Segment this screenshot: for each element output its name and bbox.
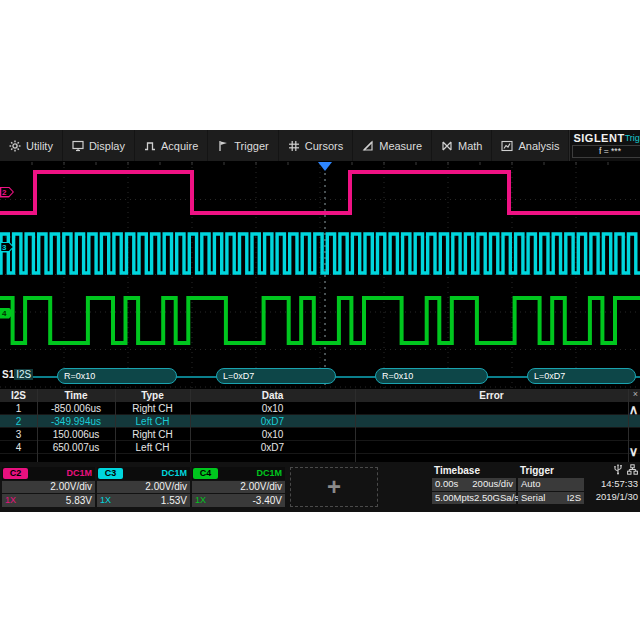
channel-scale: 2.00V/div	[2, 481, 95, 494]
table-cell: -349.994us	[37, 415, 115, 427]
menu-item-label: Acquire	[161, 140, 198, 152]
math-icon	[441, 140, 453, 152]
brand-logo: SIGLENT	[573, 132, 624, 144]
menu-item-display[interactable]: Display	[63, 130, 135, 161]
channel-badge: C2	[3, 468, 28, 479]
menu-item-label: Cursors	[305, 140, 344, 152]
clock-date: 2019/1/30	[586, 491, 638, 504]
add-channel-button[interactable]: +	[290, 467, 378, 507]
table-row[interactable]: 1-850.006usRight CH0x10	[0, 402, 640, 415]
bus-source-label[interactable]: S1I2S	[2, 369, 33, 380]
usb-icon	[613, 464, 623, 479]
channel-probe: 1X	[100, 495, 111, 505]
channel-row-bottom: 1X1.53V	[97, 494, 190, 507]
timebase-samplerate: 2.50GSa/s	[474, 492, 519, 505]
channel-descriptor-c2[interactable]: C2DC1M2.00V/div1X5.83V	[2, 467, 95, 507]
bus-decoded-frame: R=0x10	[57, 368, 177, 384]
datetime-panel: 14:57:33 2019/1/30	[586, 465, 638, 503]
menu-item-analysis[interactable]: Analysis	[492, 130, 569, 161]
channel-badge: C3	[98, 468, 123, 479]
scroll-down-icon[interactable]: ∨	[627, 445, 640, 459]
bus-frame-value: L=0xD7	[534, 371, 565, 381]
channel-offset: -3.40V	[253, 495, 282, 506]
scroll-up-icon[interactable]: ∧	[627, 403, 640, 417]
channel-descriptor-c3[interactable]: C3DC1M2.00V/div1X1.53V	[97, 467, 190, 507]
channel-scale: 2.00V/div	[192, 481, 285, 494]
bus-protocol: I2S	[14, 369, 33, 380]
menu-item-math[interactable]: Math	[432, 130, 492, 161]
gear-icon	[9, 140, 21, 152]
plus-icon: +	[327, 473, 341, 501]
channel-coupling: DC1M	[66, 468, 92, 478]
timebase-scale: 200us/div	[472, 478, 513, 491]
table-column-divider	[37, 389, 38, 462]
clock-time: 14:57:33	[586, 478, 638, 491]
bus-source: S1	[2, 369, 14, 380]
table-cell: 150.006us	[37, 428, 115, 440]
table-header-time: Time	[37, 389, 115, 402]
channel-offset: 1.53V	[161, 495, 187, 506]
table-rows: 1-850.006usRight CH0x102-349.994usLeft C…	[0, 402, 640, 454]
trigger-mode: Auto	[521, 478, 541, 491]
table-cell: 2	[0, 415, 37, 427]
menu-bar: UtilityDisplayAcquireTriggerCursorsMeasu…	[0, 130, 640, 161]
table-cell: Left CH	[115, 415, 190, 427]
table-header-type: Type	[115, 389, 190, 402]
cursors-icon	[288, 140, 300, 152]
menu-items: UtilityDisplayAcquireTriggerCursorsMeasu…	[0, 130, 569, 161]
trigger-position-marker[interactable]	[318, 162, 332, 171]
decode-bus-row: S1I2S R=0x10L=0xD7R=0x10L=0xD7	[0, 363, 640, 389]
trigger-panel[interactable]: Trigger Auto Serial I2S	[518, 465, 584, 504]
channel-scale: 2.00V/div	[97, 481, 190, 494]
table-cell	[355, 402, 628, 414]
table-cell: 0xD7	[190, 441, 355, 453]
channel-coupling: DC1M	[161, 468, 187, 478]
menu-item-cursors[interactable]: Cursors	[279, 130, 354, 161]
table-cell: 1	[0, 402, 37, 414]
table-row[interactable]: 4650.007usLeft CH0xD7	[0, 441, 640, 454]
channel-coupling: DC1M	[256, 468, 282, 478]
menu-item-utility[interactable]: Utility	[0, 130, 63, 161]
bus-frame-value: L=0xD7	[223, 371, 254, 381]
marker-label: 4	[2, 309, 6, 318]
channel-row-top: C2DC1M	[2, 467, 95, 480]
trigger-type: Serial	[521, 492, 545, 505]
menu-item-label: Display	[89, 140, 125, 152]
bus-frame-value: R=0x10	[382, 371, 413, 381]
timebase-memory: 5.00Mpts	[435, 492, 474, 505]
table-cell: Right CH	[115, 428, 190, 440]
oscilloscope-screen: UtilityDisplayAcquireTriggerCursorsMeasu…	[0, 130, 640, 512]
channel-row-bottom: 1X-3.40V	[192, 494, 285, 507]
frequency-counter: f = ***	[572, 145, 640, 158]
timebase-title: Timebase	[432, 465, 516, 477]
timebase-panel[interactable]: Timebase 0.00s 200us/div 5.00Mpts 2.50GS…	[432, 465, 516, 504]
menu-item-label: Analysis	[518, 140, 559, 152]
c4-waveform	[0, 298, 640, 343]
menu-item-label: Trigger	[234, 140, 268, 152]
waveform-svg	[0, 162, 640, 391]
marker-label: 3	[2, 243, 6, 252]
trigger-status: Trig'd	[625, 133, 640, 143]
menu-item-measure[interactable]: Measure	[353, 130, 432, 161]
table-row[interactable]: 2-349.994usLeft CH0xD7	[0, 415, 640, 428]
table-cell: 0xD7	[190, 415, 355, 427]
page: { "menu": { "items": [ {"label":"Utility…	[0, 0, 640, 640]
bus-decoded-frame: L=0xD7	[216, 368, 336, 384]
menu-item-acquire[interactable]: Acquire	[135, 130, 208, 161]
table-header: I2STimeTypeDataError	[0, 389, 640, 402]
channel-row-top: C3DC1M	[97, 467, 190, 480]
channel-probe: 1X	[195, 495, 206, 505]
channel-row-top: C4DC1M	[192, 467, 285, 480]
channel-offset: 5.83V	[66, 495, 92, 506]
waveform-display: 234	[0, 162, 640, 391]
table-cell: 4	[0, 441, 37, 453]
channel-descriptor-c4[interactable]: C4DC1M2.00V/div1X-3.40V	[192, 467, 285, 507]
menu-item-label: Utility	[26, 140, 53, 152]
table-cell	[355, 428, 628, 440]
close-icon[interactable]: ×	[633, 389, 638, 399]
measure-icon	[362, 140, 374, 152]
table-row[interactable]: 3150.006usRight CH0x10	[0, 428, 640, 441]
table-header-error: Error	[355, 389, 628, 402]
brand-block: SIGLENT Trig'd f = ***	[569, 130, 640, 161]
menu-item-trigger[interactable]: Trigger	[208, 130, 278, 161]
